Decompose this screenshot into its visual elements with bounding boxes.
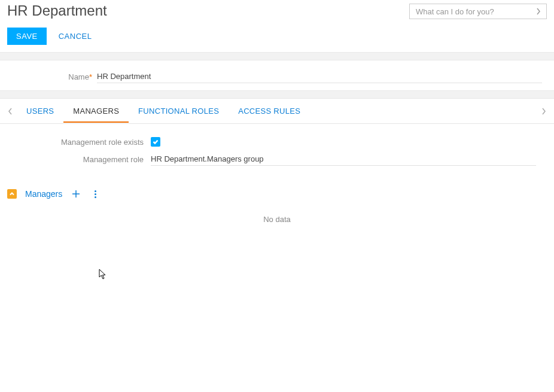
more-actions-button[interactable] <box>90 189 101 199</box>
management-role-label: Management role <box>7 155 151 164</box>
managers-detail-title[interactable]: Managers <box>25 189 62 199</box>
tab-managers[interactable]: MANAGERS <box>63 99 129 123</box>
tab-functional-roles[interactable]: FUNCTIONAL ROLES <box>129 99 229 123</box>
tab-access-rules[interactable]: ACCESS RULES <box>229 99 310 123</box>
kebab-icon <box>95 190 96 198</box>
management-role-exists-label: Management role exists <box>7 138 151 147</box>
cancel-button[interactable]: CANCEL <box>59 32 92 41</box>
cursor-icon <box>99 269 107 279</box>
command-search-input[interactable] <box>416 7 534 16</box>
add-button[interactable] <box>71 189 81 199</box>
name-field[interactable] <box>97 70 542 83</box>
page-title: HR Department <box>7 2 107 19</box>
management-role-field[interactable]: HR Department.Managers group <box>151 153 536 166</box>
save-button[interactable]: SAVE <box>7 28 47 45</box>
management-role-exists-checkbox[interactable] <box>151 137 160 147</box>
name-field-label: Name* <box>7 72 97 81</box>
collapse-toggle[interactable] <box>7 189 17 199</box>
section-divider <box>0 90 554 99</box>
empty-state-text: No data <box>0 203 554 236</box>
tabs-scroll-right[interactable] <box>537 108 550 115</box>
command-search[interactable] <box>409 4 547 19</box>
chevron-right-icon <box>534 7 543 16</box>
tabs-scroll-left[interactable] <box>4 108 17 115</box>
tab-users[interactable]: USERS <box>17 99 63 123</box>
section-divider <box>0 52 554 60</box>
